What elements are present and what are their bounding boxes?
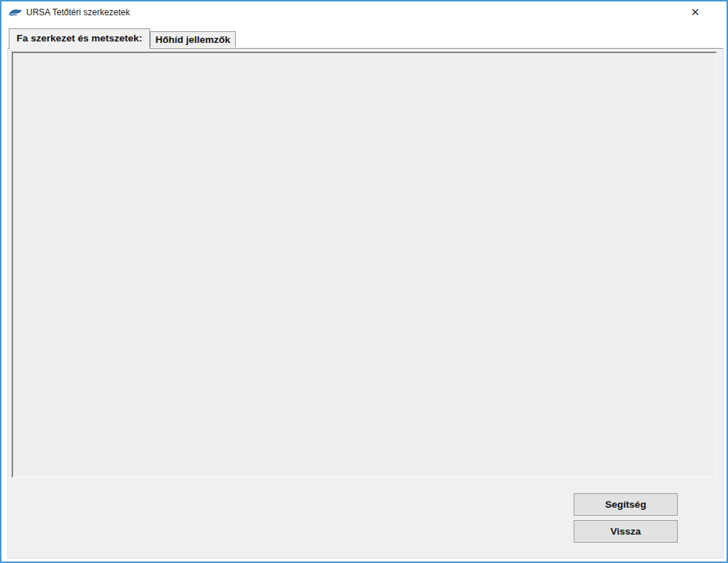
dialog-window: URSA Tetőtéri szerkezetek ✕ Fa szerkezet… [0,0,728,563]
titlebar: URSA Tetőtéri szerkezetek ✕ [1,1,727,23]
ursa-logo-icon [8,7,23,18]
content-panel [12,52,717,478]
tab-thermal[interactable]: Hőhíd jellemzők [150,31,236,47]
window-title: URSA Tetőtéri szerkezetek [26,7,130,17]
back-button[interactable]: Vissza [574,520,678,543]
help-button[interactable]: Segítség [574,493,678,516]
tab-structure[interactable]: Fa szerkezet és metszetek: [9,28,150,49]
close-button[interactable]: ✕ [683,3,708,22]
